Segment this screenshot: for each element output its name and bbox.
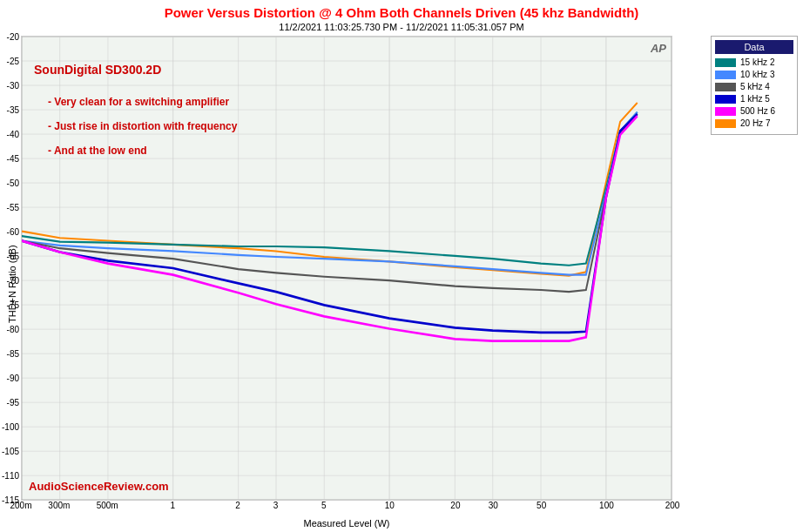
- x-axis-title: Measured Level (W): [21, 518, 672, 532]
- y-tick-label-n110: -110: [2, 471, 19, 481]
- x-label-1: 1: [171, 501, 176, 510]
- x-label-5: 5: [321, 501, 327, 510]
- y-tick-label-n55: -55: [7, 203, 19, 212]
- ap-logo: AP: [651, 42, 666, 55]
- curve-15khz: [22, 112, 638, 266]
- legend-color-5: [715, 119, 736, 128]
- y-tick-label-n95: -95: [7, 398, 19, 407]
- curve-10khz: [22, 112, 638, 275]
- chart-title: Power Versus Distortion @ 4 Ohm Both Cha…: [165, 5, 639, 20]
- y-tick-label-n35: -35: [7, 105, 19, 115]
- legend-label-1: 10 kHz 3: [740, 70, 774, 79]
- legend-item-5: 20 Hz 7: [715, 118, 793, 128]
- legend-item-3: 1 kHz 5: [715, 94, 793, 104]
- legend-item-4: 500 Hz 6: [715, 106, 793, 116]
- legend-label-2: 5 kHz 4: [740, 82, 770, 91]
- x-label-50: 50: [536, 501, 546, 510]
- legend-panel: Data 15 kHz 210 kHz 35 kHz 41 kHz 5500 H…: [711, 36, 798, 135]
- chart-body: THD+N Ratio (dB): [0, 36, 803, 532]
- y-tick-label-n80: -80: [7, 325, 19, 334]
- chart-plot-area: SounDigital SD300.2D - Very clean for a …: [21, 36, 672, 501]
- y-axis-ticks: [674, 36, 705, 532]
- y-tick-label-n45: -45: [7, 154, 19, 164]
- legend-item-1: 10 kHz 3: [715, 70, 793, 79]
- asr-annotation: AudioScienceReview.com: [29, 480, 169, 493]
- y-tick-label-n70: -70: [7, 276, 19, 286]
- legend-item-0: 15 kHz 2: [715, 57, 793, 67]
- legend-color-2: [715, 83, 736, 91]
- y-tick-label-n105: -105: [2, 447, 19, 456]
- legend-items: 15 kHz 210 kHz 35 kHz 41 kHz 5500 Hz 620…: [715, 57, 793, 128]
- x-label-3: 3: [273, 501, 279, 510]
- x-label-20: 20: [450, 501, 460, 510]
- y-tick-label-n100: -100: [2, 422, 19, 432]
- y-tick-label-n30: -30: [7, 81, 19, 91]
- legend-label-0: 15 kHz 2: [740, 57, 774, 67]
- y-tick-label-n90: -90: [7, 374, 19, 383]
- chart-main: SounDigital SD300.2D - Very clean for a …: [21, 36, 674, 532]
- x-label-100: 100: [599, 501, 614, 510]
- legend-color-4: [715, 107, 736, 116]
- legend-item-2: 5 kHz 4: [715, 82, 793, 91]
- y-tick-label-n40: -40: [7, 130, 19, 139]
- legend-title: Data: [715, 40, 793, 54]
- bullet2-annotation: - Just rise in distortion with frequency: [48, 120, 237, 132]
- y-tick-label-n85: -85: [7, 349, 19, 359]
- brand-annotation: SounDigital SD300.2D: [34, 63, 161, 77]
- legend-label-5: 20 Hz 7: [740, 118, 770, 128]
- bullet1-annotation: - Very clean for a switching amplifier: [48, 96, 229, 108]
- x-label-200m: 200m: [10, 501, 31, 510]
- y-tick-label-n65: -65: [7, 252, 19, 261]
- x-axis-labels: 200m 300m 500m 1 2 3 5 10 20 30 50 100 2…: [21, 501, 672, 518]
- legend-color-3: [715, 95, 736, 104]
- chart-subtitle: 11/2/2021 11:03:25.730 PM - 11/2/2021 11…: [279, 22, 523, 32]
- chart-container: Power Versus Distortion @ 4 Ohm Both Cha…: [0, 0, 803, 532]
- bullet3-annotation: - And at the low end: [48, 145, 147, 157]
- y-tick-label-n25: -25: [7, 57, 19, 66]
- y-tick-label-n75: -75: [7, 300, 19, 310]
- y-tick-label-n20: -20: [7, 32, 19, 42]
- legend-color-1: [715, 71, 736, 79]
- legend-color-0: [715, 58, 736, 67]
- y-tick-label-n60: -60: [7, 227, 19, 237]
- legend-label-3: 1 kHz 5: [740, 94, 770, 104]
- legend-label-4: 500 Hz 6: [740, 106, 775, 116]
- x-label-30: 30: [489, 501, 498, 510]
- x-label-300m: 300m: [48, 501, 70, 510]
- x-label-500m: 500m: [97, 501, 118, 510]
- y-tick-label-n50: -50: [7, 178, 19, 188]
- x-label-10: 10: [385, 501, 395, 510]
- x-label-2: 2: [235, 501, 240, 510]
